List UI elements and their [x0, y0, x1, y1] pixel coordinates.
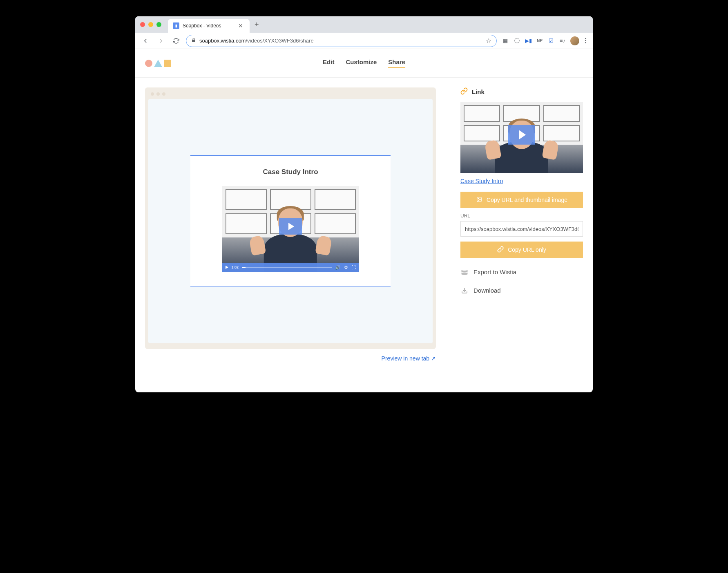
url-field-label: URL: [460, 213, 583, 219]
video-controls: 1:02 🔊 ⚙ ⛶: [222, 263, 359, 272]
share-thumbnail[interactable]: [460, 102, 583, 173]
forward-button[interactable]: [156, 36, 166, 46]
link-heading-label: Link: [472, 88, 485, 95]
url-text: soapbox.wistia.com/videos/XYXO3WF3d6/sha…: [199, 38, 482, 44]
extension-icons: ▦ ⓘ ▶▮ NP ☑ ≡♪: [502, 36, 588, 45]
check-extension-icon[interactable]: ☑: [547, 37, 555, 45]
download-action[interactable]: Download: [460, 281, 583, 300]
logo-square-icon: [164, 60, 171, 67]
svg-point-1: [478, 198, 479, 199]
thumbnail-title-link[interactable]: Case Study Intro: [460, 178, 503, 184]
tab-title: Soapbox - Videos: [183, 23, 233, 29]
link-icon: [497, 246, 504, 254]
close-tab-button[interactable]: ✕: [237, 22, 245, 29]
video-duration: 1:02: [232, 265, 239, 269]
address-bar[interactable]: soapbox.wistia.com/videos/XYXO3WF3d6/sha…: [186, 35, 497, 47]
copy-url-thumbnail-button[interactable]: Copy URL and thumbnail image: [460, 192, 583, 208]
browser-menu-button[interactable]: [583, 36, 588, 45]
preview-column: Case Study Intro: [145, 87, 436, 383]
np-extension-icon[interactable]: NP: [536, 37, 543, 45]
main-content: Case Study Intro: [135, 78, 593, 392]
tab-customize[interactable]: Customize: [346, 58, 377, 68]
link-section-heading: Link: [460, 87, 583, 96]
play-button-icon[interactable]: [279, 218, 302, 235]
preview-new-tab-link[interactable]: Preview in new tab ↗: [382, 355, 436, 362]
browser-toolbar: soapbox.wistia.com/videos/XYXO3WF3d6/sha…: [135, 33, 593, 49]
logo-circle-icon: [145, 60, 152, 67]
window-controls: [140, 22, 161, 27]
download-icon: [460, 287, 469, 294]
minimize-window-button[interactable]: [148, 22, 153, 27]
main-nav: Edit Customize Share: [323, 58, 405, 68]
export-wistia-label: Export to Wistia: [473, 269, 516, 275]
wistia-extension-icon[interactable]: ▶▮: [525, 37, 532, 45]
image-icon: [476, 197, 482, 204]
new-tab-button[interactable]: +: [255, 20, 259, 29]
tab-favicon-icon: ▮: [173, 22, 179, 29]
preview-video-title: Case Study Intro: [263, 168, 318, 176]
lock-icon: [191, 38, 196, 44]
window-title-bar: ▮ Soapbox - Videos ✕ +: [135, 16, 593, 33]
download-label: Download: [473, 287, 501, 294]
bookmark-star-icon[interactable]: ☆: [486, 37, 491, 45]
extension-icon[interactable]: ▦: [502, 37, 509, 45]
copy-url-only-button[interactable]: Copy URL only: [460, 242, 583, 258]
share-url-input[interactable]: [460, 221, 583, 237]
close-window-button[interactable]: [140, 22, 145, 27]
tab-edit[interactable]: Edit: [323, 58, 334, 68]
list-extension-icon[interactable]: ≡♪: [559, 37, 566, 45]
preview-window-dots: [145, 91, 436, 99]
play-icon[interactable]: [226, 266, 228, 269]
settings-gear-icon[interactable]: ⚙: [344, 265, 348, 270]
export-wistia-action[interactable]: Export to Wistia: [460, 263, 583, 281]
info-icon[interactable]: ⓘ: [513, 37, 520, 45]
app-header: Edit Customize Share: [135, 49, 593, 78]
maximize-window-button[interactable]: [156, 22, 161, 27]
preview-frame: Case Study Intro: [145, 87, 436, 349]
fullscreen-icon[interactable]: ⛶: [351, 265, 356, 270]
link-icon: [460, 87, 468, 96]
share-sidebar: Link Case: [460, 87, 583, 383]
thumbnail-play-icon: [508, 125, 535, 144]
logo-triangle-icon: [154, 60, 162, 67]
preview-card: Case Study Intro: [190, 155, 391, 287]
reload-button[interactable]: [171, 36, 181, 46]
volume-icon[interactable]: 🔊: [335, 265, 341, 270]
wistia-flag-icon: [460, 269, 469, 275]
preview-new-tab-row: Preview in new tab ↗: [145, 355, 436, 362]
soapbox-logo[interactable]: [145, 60, 171, 67]
tab-share[interactable]: Share: [388, 58, 405, 68]
browser-tab[interactable]: ▮ Soapbox - Videos ✕: [168, 19, 250, 33]
profile-avatar[interactable]: [570, 36, 579, 45]
browser-window: ▮ Soapbox - Videos ✕ + soapbox.wistia.co…: [135, 16, 593, 392]
preview-body: Case Study Intro: [148, 99, 433, 343]
video-player[interactable]: 1:02 🔊 ⚙ ⛶: [222, 186, 359, 272]
progress-bar[interactable]: [242, 267, 331, 268]
back-button[interactable]: [140, 36, 151, 46]
